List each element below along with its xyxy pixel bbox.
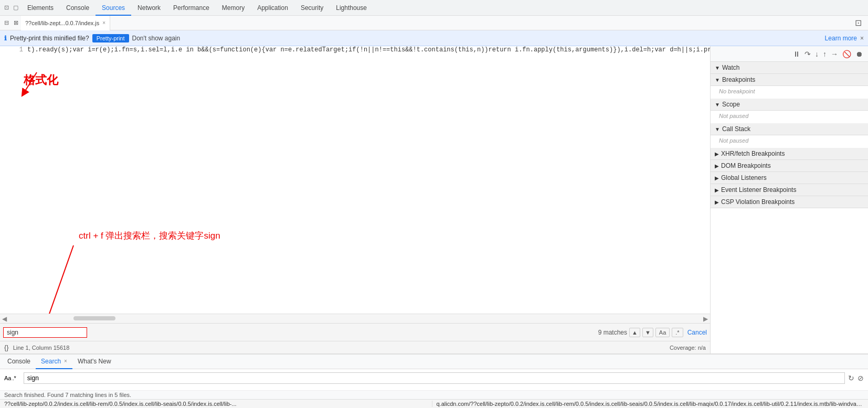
csp-label: CSP Violation Breakpoints <box>721 198 795 206</box>
xhr-label: XHR/fetch Breakpoints <box>721 150 785 157</box>
csp-violation-breakpoints-header[interactable]: ▶ CSP Violation Breakpoints <box>711 196 868 208</box>
search-panel-row: Aa .* ↻ ⊘ <box>4 372 864 384</box>
search-input[interactable] <box>3 327 87 338</box>
tab-security[interactable]: Security <box>294 0 330 16</box>
dock-icon-1[interactable]: ⊡ <box>2 4 10 12</box>
horizontal-scrollbar[interactable]: ◀ ▶ <box>0 314 710 323</box>
tab-sources[interactable]: Sources <box>96 0 131 16</box>
info-close-icon[interactable]: × <box>860 35 864 42</box>
search-panel-options: Aa .* <box>4 375 19 381</box>
xhr-breakpoints-header[interactable]: ▶ XHR/fetch Breakpoints <box>711 148 868 160</box>
tab-application[interactable]: Application <box>251 0 294 16</box>
annotation-arrow-1 <box>16 67 58 99</box>
scroll-left-icon[interactable]: ◀ <box>2 315 7 323</box>
tab-performance[interactable]: Performance <box>167 0 216 16</box>
right-panel: ⏸ ↷ ↓ ↑ → 🚫 ⏺ ▼ Watch ▼ Breakpoints No b… <box>711 46 868 353</box>
learn-more-link[interactable]: Learn more <box>825 35 857 42</box>
status-bar: {} Line 1, Column 15618 Coverage: n/a <box>0 341 710 353</box>
scope-empty: Not paused <box>711 111 868 123</box>
search-panel: Aa .* ↻ ⊘ <box>0 369 868 390</box>
format-icon[interactable]: {} <box>4 343 9 351</box>
xhr-triangle: ▶ <box>715 151 719 157</box>
tab-memory[interactable]: Memory <box>216 0 251 16</box>
watch-section-header[interactable]: ▼ Watch <box>711 62 868 74</box>
dom-triangle: ▶ <box>715 163 719 169</box>
scope-section-header[interactable]: ▼ Scope <box>711 99 868 111</box>
search-matches: 9 matches <box>598 329 627 336</box>
file-tab-label: ??cell/lib-zept...0.0.7/index.js <box>25 20 99 26</box>
global-listeners-header[interactable]: ▶ Global Listeners <box>711 172 868 184</box>
breakpoints-section-header[interactable]: ▼ Breakpoints <box>711 74 868 86</box>
bottom-tab-search-label: Search <box>41 358 61 365</box>
search-bar: 9 matches ▲ ▼ Aa .* Cancel <box>0 323 710 341</box>
tab-console[interactable]: Console <box>60 0 96 16</box>
scroll-right-icon[interactable]: ▶ <box>703 315 708 323</box>
line-number-1: 1 <box>2 46 23 56</box>
breakpoints-triangle: ▼ <box>715 77 720 83</box>
tab-network[interactable]: Network <box>131 0 167 16</box>
bottom-status: Search finished. Found 7 matching lines … <box>0 390 868 399</box>
info-icon: ℹ <box>4 35 7 42</box>
dock-right-icon[interactable]: ⊡ <box>855 18 862 27</box>
panel-layout-icon2[interactable]: ⊠ <box>12 19 20 27</box>
bottom-panel: Console Search × What's New Aa .* ↻ ⊘ Se… <box>0 353 868 408</box>
search-panel-refresh[interactable]: ↻ <box>848 374 854 382</box>
url-left: ??cell/lib-zepto/0.0.2/index.is.cell/lib… <box>4 401 432 407</box>
annotation-format: 格式化 <box>24 72 58 88</box>
tab-lighthouse[interactable]: Lighthouse <box>330 0 373 16</box>
tab-elements[interactable]: Elements <box>21 0 60 16</box>
info-message: Pretty-print this minified file? <box>10 35 89 42</box>
search-regex-button[interactable]: .* <box>672 328 683 337</box>
search-prev-button[interactable]: ▲ <box>629 328 640 337</box>
search-next-button[interactable]: ▼ <box>642 328 653 337</box>
devtools-tab-bar: ⊡ ▢ Elements Console Sources Network Per… <box>0 0 868 16</box>
file-tab-bar: ⊟ ⊠ ??cell/lib-zept...0.0.7/index.js × ⊡ <box>0 16 868 30</box>
code-wrapper: 1 t).ready(s);var i=r(e);i.fn=s,i.sel=l,… <box>0 46 710 314</box>
deactivate-button[interactable]: 🚫 <box>841 49 852 59</box>
search-cancel-button[interactable]: Cancel <box>687 329 707 336</box>
global-label: Global Listeners <box>721 174 767 181</box>
scope-label: Scope <box>722 101 740 108</box>
main-area: 1 t).ready(s);var i=r(e);i.fn=s,i.sel=l,… <box>0 46 868 353</box>
file-tab-close[interactable]: × <box>102 20 105 26</box>
event-label: Event Listener Breakpoints <box>721 186 796 194</box>
sp-regex-label: .* <box>12 375 16 381</box>
call-stack-label: Call Stack <box>722 125 750 133</box>
pause-button[interactable]: ⏸ <box>792 49 801 59</box>
step-out-button[interactable]: ↑ <box>822 49 828 59</box>
scrollbar-thumb[interactable] <box>73 316 115 320</box>
watch-triangle: ▼ <box>715 65 720 71</box>
step-over-button[interactable]: ↷ <box>803 49 812 59</box>
dont-show-button[interactable]: Don't show again <box>132 35 181 42</box>
breakpoint-button[interactable]: ⏺ <box>854 49 864 59</box>
scope-triangle: ▼ <box>715 102 720 108</box>
bottom-tab-bar: Console Search × What's New <box>0 355 868 369</box>
bottom-tab-search[interactable]: Search × <box>36 355 72 369</box>
step-button[interactable]: → <box>830 49 839 59</box>
right-toolbar: ⏸ ↷ ↓ ↑ → 🚫 ⏺ <box>711 46 868 62</box>
url-right: q.alicdn.com/??cell/lib-zepto/0.0.2/inde… <box>432 401 864 407</box>
call-stack-section-header[interactable]: ▼ Call Stack <box>711 123 868 135</box>
event-triangle: ▶ <box>715 187 719 193</box>
event-listener-breakpoints-header[interactable]: ▶ Event Listener Breakpoints <box>711 184 868 196</box>
panel-layout-icon[interactable]: ⊟ <box>2 19 10 27</box>
file-tab-index-js[interactable]: ??cell/lib-zept...0.0.7/index.js × <box>21 16 110 30</box>
step-into-button[interactable]: ↓ <box>814 49 820 59</box>
call-stack-triangle: ▼ <box>715 126 720 132</box>
dock-icon-2[interactable]: ▢ <box>12 4 20 12</box>
dom-breakpoints-header[interactable]: ▶ DOM Breakpoints <box>711 160 868 172</box>
bottom-tab-console[interactable]: Console <box>2 355 36 369</box>
bottom-tab-search-close[interactable]: × <box>64 358 67 364</box>
search-panel-input[interactable] <box>24 372 845 384</box>
pretty-print-button[interactable]: Pretty-print <box>92 34 129 42</box>
global-triangle: ▶ <box>715 175 719 181</box>
search-panel-stop[interactable]: ⊘ <box>858 374 864 382</box>
search-case-button[interactable]: Aa <box>655 328 670 337</box>
breakpoints-label: Breakpoints <box>722 76 755 83</box>
annotation-arrow-2 <box>31 240 84 314</box>
breakpoints-empty: No breakpoint <box>711 86 868 99</box>
dom-label: DOM Breakpoints <box>721 162 771 169</box>
right-sections: ▼ Watch ▼ Breakpoints No breakpoint ▼ Sc… <box>711 62 868 353</box>
code-area[interactable]: 1 t).ready(s);var i=r(e);i.fn=s,i.sel=l,… <box>0 46 710 56</box>
bottom-tab-whatsnew[interactable]: What's New <box>72 355 117 369</box>
